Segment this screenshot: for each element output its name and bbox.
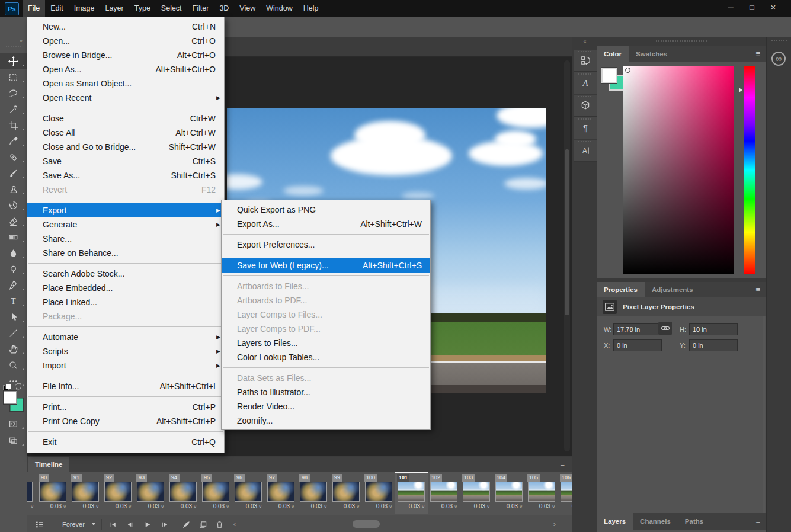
timeline-frame-92[interactable]: 920.03∨ [102, 473, 134, 514]
type-tool[interactable]: T [0, 293, 27, 309]
menu-view[interactable]: View [234, 0, 261, 17]
timeline-frame-100[interactable]: 1000.03∨ [363, 473, 395, 514]
color-tab-color[interactable]: Color [597, 46, 629, 62]
menu-3d[interactable]: 3D [214, 0, 234, 17]
menu-item-save-as[interactable]: Save As...Shift+Ctrl+S [27, 168, 224, 182]
maximize-button[interactable]: □ [741, 0, 763, 17]
menu-item-close[interactable]: CloseCtrl+W [27, 111, 224, 126]
menu-item-export-as[interactable]: Export As...Alt+Shift+Ctrl+W [222, 217, 430, 231]
foreground-color-swatch[interactable] [601, 68, 617, 83]
width-input[interactable] [613, 323, 662, 335]
paragraph-panel-icon[interactable]: ¶ [574, 117, 597, 139]
menu-item-render-video[interactable]: Render Video... [222, 399, 430, 414]
dock-grip[interactable] [771, 40, 787, 41]
loop-count-select[interactable]: Forever [57, 518, 97, 531]
menu-file[interactable]: File [23, 0, 45, 17]
color-saturation-field[interactable] [623, 66, 734, 274]
menu-layer[interactable]: Layer [100, 0, 129, 17]
menu-item-color-lookup-tables[interactable]: Color Lookup Tables... [222, 350, 430, 364]
next-frame-button[interactable] [156, 518, 172, 531]
height-input[interactable] [689, 323, 738, 335]
menu-item-file-info[interactable]: File Info...Alt+Shift+Ctrl+I [27, 379, 224, 393]
timeline-frame-95[interactable]: 950.03∨ [200, 473, 232, 514]
x-input[interactable] [613, 339, 662, 351]
eraser-tool[interactable] [0, 213, 27, 229]
clone-stamp-tool[interactable] [0, 181, 27, 197]
menu-item-import[interactable]: Import▶ [27, 358, 224, 373]
frame-duration[interactable]: 0.03∨ [213, 503, 229, 509]
edit-toolb-tool[interactable] [0, 373, 27, 389]
scroll-right-icon[interactable]: › [550, 518, 559, 531]
menu-item-print[interactable]: Print...Ctrl+P [27, 400, 224, 414]
frame-duration[interactable]: 0.03∨ [278, 503, 294, 509]
menu-item-scripts[interactable]: Scripts▶ [27, 344, 224, 358]
vertical-scrollbar-thumb[interactable] [565, 149, 569, 315]
frame-duration[interactable]: 0.03∨ [83, 503, 99, 509]
menu-item-open[interactable]: Open...Ctrl+O [27, 34, 224, 48]
hand-tool[interactable] [0, 341, 27, 357]
timeline-frame-90[interactable]: 900.03∨ [37, 473, 69, 514]
menu-item-open-as-smart-object[interactable]: Open as Smart Object... [27, 76, 224, 91]
menu-edit[interactable]: Edit [45, 0, 69, 17]
properties-tab-adjustments[interactable]: Adjustments [645, 282, 700, 297]
collapse-toolbar-icon[interactable]: » [20, 38, 23, 44]
timeline-frame-101[interactable]: 1010.03∨ [395, 473, 428, 514]
convert-to-video-timeline-button[interactable] [31, 518, 47, 531]
menu-item-search-adobe-stock[interactable]: Search Adobe Stock... [27, 267, 224, 281]
timeline-frame-105[interactable]: 1050.03∨ [526, 473, 558, 514]
lasso-tool[interactable] [0, 85, 27, 101]
menu-filter[interactable]: Filter [187, 0, 214, 17]
color-field-selector[interactable] [625, 68, 630, 73]
menu-item-quick-export-as-png[interactable]: Quick Export as PNG [222, 203, 430, 217]
menu-select[interactable]: Select [156, 0, 187, 17]
layers-tab-paths[interactable]: Paths [678, 513, 710, 530]
menu-item-close-and-go-to-bridge[interactable]: Close and Go to Bridge...Shift+Ctrl+W [27, 140, 224, 154]
gradient-tool[interactable] [0, 229, 27, 245]
timeline-frame-98[interactable]: 980.03∨ [297, 473, 330, 514]
menu-item-place-linked[interactable]: Place Linked... [27, 295, 224, 309]
first-frame-button[interactable] [105, 518, 120, 531]
frame-duration[interactable]: 0.03∨ [181, 503, 197, 509]
menu-item-layers-to-files[interactable]: Layers to Files... [222, 336, 430, 350]
zoom-tool[interactable] [0, 357, 27, 373]
eyedropper-tool[interactable] [0, 133, 27, 149]
blur-tool[interactable] [0, 245, 27, 261]
menu-item-open-as[interactable]: Open As...Alt+Shift+Ctrl+O [27, 62, 224, 76]
history-panel-icon[interactable] [574, 50, 597, 72]
panel-group-grip[interactable] [597, 37, 766, 46]
menu-window[interactable]: Window [261, 0, 297, 17]
menu-item-place-embedded[interactable]: Place Embedded... [27, 281, 224, 295]
menu-type[interactable]: Type [129, 0, 156, 17]
creative-cloud-icon[interactable]: ∞ [771, 51, 786, 66]
character-panel-icon[interactable]: A [574, 140, 597, 162]
play-button[interactable] [139, 518, 155, 531]
constrain-proportions-icon[interactable] [658, 322, 672, 335]
line-tool[interactable] [0, 325, 27, 341]
timeline-frame-102[interactable]: 1020.03∨ [428, 473, 460, 514]
menu-item-open-recent[interactable]: Open Recent▶ [27, 91, 224, 105]
color-panel-menu-icon[interactable]: ≡ [755, 46, 760, 62]
timeline-frame-104[interactable]: 1040.03∨ [493, 473, 526, 514]
frame-duration[interactable]: 0.03∨ [116, 503, 132, 509]
timeline-panel-menu-icon[interactable]: ≡ [560, 457, 565, 472]
scroll-left-icon[interactable]: ‹ [230, 518, 239, 531]
menu-item-print-one-copy[interactable]: Print One CopyAlt+Shift+Ctrl+P [27, 414, 224, 428]
3d-cube-panel-icon[interactable] [574, 95, 597, 117]
frame-duration[interactable]: 0.03∨ [376, 503, 392, 509]
menu-help[interactable]: Help [298, 0, 324, 17]
timeline-frame-99[interactable]: 990.03∨ [330, 473, 363, 514]
delete-frame-button[interactable] [212, 518, 227, 531]
layers-tab-channels[interactable]: Channels [633, 513, 678, 530]
menu-item-browse-in-bridge[interactable]: Browse in Bridge...Alt+Ctrl+O [27, 48, 224, 62]
hue-slider[interactable] [744, 66, 755, 274]
menu-item-export-preferences[interactable]: Export Preferences... [222, 238, 430, 252]
timeline-frame-106[interactable]: 1060.03∨ [558, 473, 572, 514]
timeline-frame-97[interactable]: 970.03∨ [265, 473, 297, 514]
expand-panels-icon[interactable]: « [572, 39, 597, 44]
menu-item-close-all[interactable]: Close AllAlt+Ctrl+W [27, 126, 224, 140]
menu-item-save[interactable]: SaveCtrl+S [27, 154, 224, 168]
previous-frame-button[interactable] [122, 518, 137, 531]
menu-item-generate[interactable]: Generate▶ [27, 217, 224, 232]
history-brush-tool[interactable] [0, 197, 27, 213]
quick-mask-tool[interactable] [0, 416, 27, 432]
